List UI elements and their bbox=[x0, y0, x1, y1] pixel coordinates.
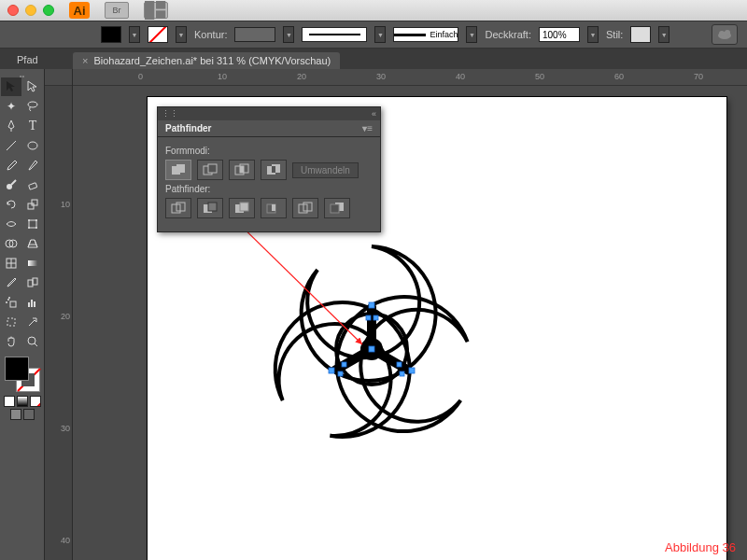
ruler-tick: 0 bbox=[138, 72, 143, 81]
unite-button[interactable] bbox=[165, 160, 191, 180]
minus-front-button[interactable] bbox=[197, 160, 223, 180]
blob-brush-tool[interactable] bbox=[1, 175, 21, 194]
panel-tab-pathfinder[interactable]: Pathfinder ▾≡ bbox=[158, 120, 380, 137]
document-tab[interactable]: × Biohazard_Zeichen.ai* bei 311 % (CMYK/… bbox=[73, 52, 340, 69]
blend-tool[interactable] bbox=[22, 273, 43, 292]
panel-collapse-icon[interactable]: ⋮⋮ bbox=[162, 109, 178, 119]
fill-stroke-indicator[interactable] bbox=[5, 357, 40, 392]
symbol-sprayer-tool[interactable] bbox=[1, 293, 21, 312]
gradient-tool[interactable] bbox=[22, 254, 43, 273]
divide-button[interactable] bbox=[165, 198, 191, 218]
brush-definition[interactable]: Einfach bbox=[393, 27, 458, 42]
direct-selection-tool[interactable] bbox=[22, 77, 43, 96]
hand-tool[interactable] bbox=[1, 332, 21, 351]
artboard-tool[interactable] bbox=[1, 313, 21, 331]
svg-point-28 bbox=[6, 301, 7, 303]
fill-swatch[interactable] bbox=[101, 26, 121, 43]
bridge-button[interactable]: Br bbox=[105, 2, 129, 19]
close-window-button[interactable] bbox=[7, 5, 19, 16]
scale-tool[interactable] bbox=[22, 195, 43, 214]
svg-rect-32 bbox=[34, 301, 35, 307]
svg-point-17 bbox=[35, 227, 37, 229]
ruler-tick: 50 bbox=[535, 72, 544, 81]
exclude-button[interactable] bbox=[261, 160, 287, 180]
cloud-sync-icon[interactable] bbox=[712, 24, 738, 45]
line-tool[interactable] bbox=[1, 136, 21, 155]
arrange-docs-button[interactable] bbox=[144, 2, 168, 19]
trim-button[interactable] bbox=[197, 198, 223, 218]
ruler-tick: 30 bbox=[46, 424, 70, 433]
rotate-tool[interactable] bbox=[1, 195, 21, 214]
draw-mode-button[interactable] bbox=[23, 409, 35, 420]
svg-point-8 bbox=[28, 142, 37, 149]
opacity-input[interactable] bbox=[539, 27, 580, 42]
screen-mode-row bbox=[10, 409, 35, 420]
color-mode-solid[interactable] bbox=[4, 396, 15, 407]
screen-mode-button[interactable] bbox=[10, 409, 21, 420]
color-mode-none[interactable] bbox=[30, 396, 41, 407]
zoom-window-button[interactable] bbox=[43, 5, 54, 16]
fill-dropdown[interactable]: ▼ bbox=[129, 26, 140, 43]
width-tool[interactable] bbox=[1, 215, 21, 233]
perspective-tool[interactable] bbox=[22, 234, 43, 253]
close-tab-icon[interactable]: × bbox=[82, 55, 88, 66]
biohazard-artwork[interactable] bbox=[232, 209, 512, 489]
minus-back-button[interactable] bbox=[324, 198, 350, 218]
paintbrush-tool[interactable] bbox=[1, 156, 21, 175]
shape-builder-tool[interactable] bbox=[1, 234, 21, 253]
magic-wand-tool[interactable]: ✦ bbox=[1, 97, 21, 116]
color-mode-gradient[interactable] bbox=[17, 396, 28, 407]
pencil-tool[interactable] bbox=[22, 156, 43, 175]
svg-rect-42 bbox=[369, 346, 374, 352]
ruler-tick: 40 bbox=[456, 72, 465, 81]
outline-button[interactable] bbox=[292, 198, 318, 218]
free-transform-tool[interactable] bbox=[22, 215, 43, 233]
pathfinder-ops-label: Pathfinder: bbox=[165, 184, 373, 194]
panel-header[interactable]: ⋮⋮ « bbox=[158, 107, 380, 120]
stroke-dropdown[interactable]: ▼ bbox=[176, 26, 187, 43]
svg-rect-11 bbox=[28, 203, 34, 209]
lasso-tool[interactable] bbox=[22, 97, 43, 116]
stroke-swatch[interactable] bbox=[148, 26, 168, 43]
style-swatch[interactable] bbox=[630, 26, 651, 43]
crop-button[interactable] bbox=[261, 198, 287, 218]
eyedropper-tool[interactable] bbox=[1, 273, 21, 292]
mesh-tool[interactable] bbox=[1, 254, 21, 273]
stroke-weight-input[interactable] bbox=[234, 27, 275, 42]
fill-color-box[interactable] bbox=[5, 357, 29, 381]
slice-tool[interactable] bbox=[22, 313, 43, 331]
panel-menu-icon[interactable]: ▾≡ bbox=[362, 123, 373, 133]
pathfinder-panel[interactable]: ⋮⋮ « Pathfinder ▾≡ Formmodi: Umwandeln P… bbox=[157, 106, 381, 232]
panel-minimize-icon[interactable]: « bbox=[372, 109, 376, 119]
svg-rect-39 bbox=[369, 302, 374, 308]
brush-dropdown[interactable]: ▼ bbox=[466, 26, 477, 43]
svg-rect-25 bbox=[33, 278, 37, 285]
pen-tool[interactable] bbox=[1, 117, 21, 135]
svg-rect-12 bbox=[32, 200, 37, 205]
canvas-area[interactable]: 0 10 20 30 40 50 60 70 bbox=[73, 69, 747, 560]
svg-rect-45 bbox=[397, 362, 402, 367]
expand-button[interactable]: Umwandeln bbox=[292, 162, 359, 178]
selection-tool[interactable] bbox=[1, 77, 21, 96]
opacity-dropdown[interactable]: ▼ bbox=[587, 26, 599, 43]
zoom-tool[interactable] bbox=[22, 332, 43, 351]
stroke-weight-dropdown[interactable]: ▼ bbox=[283, 26, 294, 43]
svg-point-27 bbox=[7, 299, 9, 301]
kontur-label: Kontur: bbox=[194, 29, 227, 40]
svg-point-15 bbox=[35, 219, 37, 221]
graph-tool[interactable] bbox=[22, 293, 43, 312]
intersect-button[interactable] bbox=[229, 160, 255, 180]
type-tool[interactable]: T bbox=[22, 117, 43, 135]
svg-rect-43 bbox=[366, 315, 371, 320]
figure-caption: Abbildung 36 bbox=[665, 540, 736, 554]
horizontal-ruler: 0 10 20 30 40 50 60 70 bbox=[73, 69, 747, 86]
merge-button[interactable] bbox=[229, 198, 255, 218]
eraser-tool[interactable] bbox=[22, 175, 43, 194]
svg-line-7 bbox=[7, 141, 16, 150]
stroke-profile-dropdown[interactable]: ▼ bbox=[374, 26, 386, 43]
ellipse-tool[interactable] bbox=[22, 136, 43, 155]
svg-rect-46 bbox=[342, 362, 346, 367]
style-dropdown[interactable]: ▼ bbox=[658, 26, 669, 43]
minimize-window-button[interactable] bbox=[25, 5, 36, 16]
stroke-profile[interactable] bbox=[302, 27, 367, 42]
